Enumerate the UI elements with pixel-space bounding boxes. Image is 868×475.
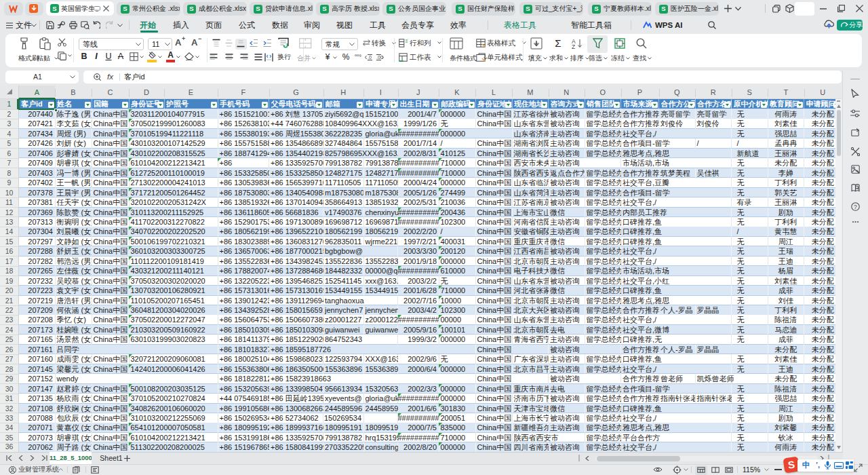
svg-text:.00: .00 bbox=[376, 55, 383, 60]
svg-text:?: ? bbox=[854, 204, 857, 210]
svg-text:Z: Z bbox=[572, 43, 575, 49]
svg-text:.0: .0 bbox=[368, 55, 372, 60]
